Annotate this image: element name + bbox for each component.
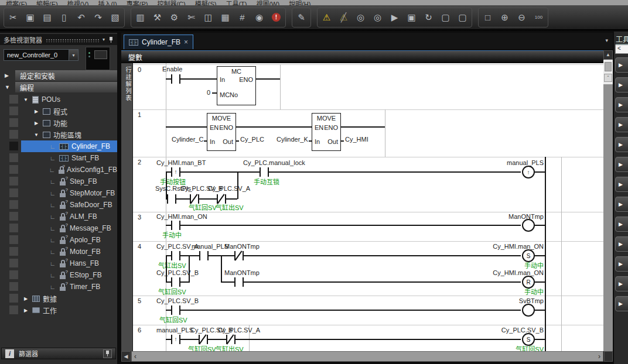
toolbox-search-input[interactable]: <	[615, 44, 628, 54]
transfer-to-controller-button[interactable]: ▢	[437, 9, 454, 26]
block-pin-mcno[interactable]: MCNo	[220, 91, 238, 98]
copy-button[interactable]: ▣	[22, 9, 39, 26]
toolbox-category-button[interactable]: ▶	[615, 296, 628, 311]
vertical-scrollbar[interactable]: ▲ ˆ	[603, 50, 613, 351]
tasks-expand-icon[interactable]: ▶	[22, 308, 29, 313]
tree-item-axisconfig1-fb[interactable]: ∟ ? AxisConfig1_FB	[0, 164, 117, 176]
section-programming[interactable]: 編程	[15, 82, 117, 92]
contact-bar[interactable]	[199, 251, 200, 260]
section-programming-arrow-icon[interactable]: ▼	[5, 82, 12, 92]
block-pin-in[interactable]: In	[210, 138, 215, 145]
block-pin-en[interactable]: EN	[210, 124, 219, 131]
toolbox-category-button[interactable]: ▶	[615, 256, 628, 272]
pous-expand-icon[interactable]: ▼	[22, 97, 29, 102]
rung-number[interactable]: 3	[138, 214, 141, 221]
controller-select[interactable]: new_Controller_0 ▾	[4, 49, 78, 61]
contact-label[interactable]: ManONTmp	[224, 243, 260, 250]
coil-label[interactable]: SvBTmp	[485, 297, 544, 304]
operand-label[interactable]: Cylinder_C	[172, 136, 203, 143]
block-pin-en[interactable]: EN	[315, 124, 323, 131]
contact-bar[interactable]	[171, 251, 172, 260]
function-blocks-expand-icon[interactable]: ▼	[33, 132, 40, 138]
tree-item-stepmotor-fb[interactable]: ∟ ? StepMotor_FB	[0, 187, 117, 199]
horizontal-scrollbar[interactable]: ◀ ‹ ›	[121, 351, 613, 362]
toolbox-category-button[interactable]: ▶	[615, 117, 628, 132]
menu-file[interactable]: 檔案(F)	[6, 0, 27, 5]
menu-window[interactable]: 視圖(W)	[256, 0, 279, 5]
toolbox-category-button[interactable]: ▶	[615, 57, 628, 73]
block-pin-eno[interactable]: ENO	[324, 124, 338, 131]
section-configuration[interactable]: 設定和安裝	[15, 70, 117, 81]
output-coil[interactable]	[522, 219, 535, 232]
scroll-left-button[interactable]: ◀	[121, 351, 131, 362]
zoom-in-button[interactable]: ⊕	[496, 9, 513, 26]
toolbox-category-button[interactable]: ▶	[615, 276, 628, 291]
io-map-button[interactable]: ▦	[217, 9, 234, 26]
zoom-fit-button[interactable]: □	[479, 9, 496, 26]
scroll-up-button[interactable]: ▲	[603, 50, 613, 60]
explorer-pin-icon[interactable]	[108, 37, 114, 43]
menu-edit[interactable]: 編輯(E)	[36, 0, 58, 5]
constant-value[interactable]: 0	[207, 89, 210, 96]
move-function-block[interactable]: MOVE EN ENO In Out	[312, 113, 341, 151]
contact-label[interactable]: Cy_PLC.SV_B	[156, 269, 199, 276]
tree-item-start-fb[interactable]: ∟ ┤├ Start_FB	[0, 152, 117, 164]
contact-label[interactable]: manual_PLS	[192, 243, 228, 250]
move-function-block[interactable]: MOVE EN ENO In Out	[207, 113, 236, 151]
rung-number[interactable]: 5	[138, 297, 141, 304]
controller-select-arrow-icon[interactable]: ▾	[69, 50, 78, 60]
transfer-from-controller-button[interactable]: ▢	[454, 9, 471, 26]
paste-button[interactable]: ▤	[39, 9, 56, 26]
synchronize-button[interactable]: ↻	[420, 9, 437, 26]
tree-item-safedoor-fb[interactable]: ∟ ? SafeDoor_FB	[0, 199, 117, 211]
menu-simulation[interactable]: 模擬(S)	[195, 0, 217, 5]
contact-label[interactable]: Cy_PLC.SV_B	[156, 297, 199, 304]
coil-label[interactable]: manual_PLS	[485, 159, 544, 166]
contact-label[interactable]: ManONTmp	[224, 269, 260, 276]
toolbox-category-button[interactable]: ▶	[615, 157, 628, 172]
mc-function-block[interactable]: MC In ENO MCNo	[217, 66, 256, 105]
toolbox-category-button[interactable]: ▶	[615, 77, 628, 92]
simulation-run-button[interactable]: ▶	[386, 9, 403, 26]
menu-tools[interactable]: 工具(T)	[226, 0, 247, 5]
monitor-button[interactable]: ◎	[352, 9, 369, 26]
data-expand-icon[interactable]: ▶	[22, 296, 29, 301]
coil-label[interactable]: Cy_PLC.SV_B	[485, 327, 544, 334]
rung-number[interactable]: 6	[138, 327, 141, 334]
operand-label[interactable]: Cy_PLC	[240, 136, 264, 143]
tree-item-step-fb[interactable]: ∟ ? Step_FB	[0, 176, 117, 187]
contact-bar[interactable]	[167, 194, 168, 204]
block-pin-eno[interactable]: ENO	[239, 76, 253, 83]
tree-item-functions[interactable]: ▶ 功能	[0, 117, 117, 129]
contact-bar[interactable]	[171, 221, 172, 230]
zoom-100-button[interactable]: 100	[530, 9, 547, 26]
vertical-scroll-thumb[interactable]	[605, 62, 612, 71]
contact-bar[interactable]	[171, 305, 172, 315]
contact-label[interactable]: manual_PLS	[156, 327, 193, 334]
tree-item-tasks[interactable]: ▶ 工作	[0, 304, 117, 316]
programs-expand-icon[interactable]: ▶	[33, 109, 40, 114]
contact-label[interactable]: Cy_PLC.SV_A	[208, 185, 250, 192]
paste-special-button[interactable]: ▧	[107, 9, 124, 26]
horizontal-scroll-thumb[interactable]: ‹ ›	[131, 351, 603, 362]
tree-item-pous[interactable]: ▼ POUs	[0, 94, 117, 105]
split-view-button[interactable]: ˆ	[604, 74, 612, 82]
menu-insert[interactable]: 插入(I)	[98, 0, 117, 5]
tab-close-icon[interactable]: ×	[184, 38, 188, 46]
check-program-button[interactable]: ⚠	[318, 9, 335, 26]
menu-view[interactable]: 檢視(V)	[67, 0, 89, 5]
cut-button[interactable]: ✂	[5, 9, 22, 26]
export-window-button[interactable]: ▥	[132, 9, 149, 26]
block-pin-eno[interactable]: ENO	[219, 124, 233, 131]
operand-label[interactable]: Cylinder_K	[277, 136, 308, 143]
section-config-arrow-icon[interactable]: ▶	[5, 70, 12, 81]
tree-item-function-blocks[interactable]: ▼ 功能區塊	[0, 129, 117, 140]
rung-number[interactable]: 4	[138, 243, 141, 250]
toolbox-category-button[interactable]: ▶	[615, 137, 628, 152]
toolbox-category-button[interactable]: ▶	[615, 197, 628, 212]
scroll-track[interactable]	[603, 84, 613, 351]
block-pin-in[interactable]: In	[220, 76, 225, 83]
edit-variables-button[interactable]: ✎	[293, 9, 310, 26]
menu-help[interactable]: 說明(H)	[289, 0, 310, 5]
contact-bar[interactable]	[260, 167, 261, 177]
